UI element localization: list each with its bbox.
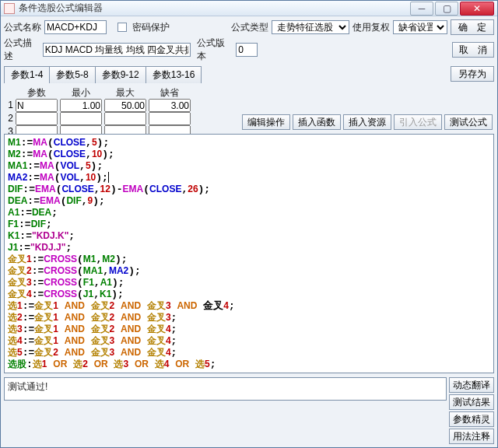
window-title: 条件选股公式编辑器 [19, 2, 410, 15]
maximize-button[interactable]: ▢ [435, 2, 458, 16]
hdr-param: 参数 [16, 86, 58, 99]
paramwiz-button[interactable]: 参数精灵 [449, 411, 494, 427]
insres-button[interactable]: 插入资源 [343, 114, 391, 130]
tab-param-5-8[interactable]: 参数5-8 [49, 66, 95, 83]
desc-label: 公式描述 [4, 37, 40, 63]
saveas-button[interactable]: 另存为 [451, 66, 494, 82]
param-def-input[interactable] [149, 99, 191, 112]
testres-button[interactable]: 测试结果 [449, 394, 494, 410]
cancel-button[interactable]: 取 消 [452, 42, 494, 58]
param-min-input[interactable] [60, 99, 102, 112]
tab-param-9-12[interactable]: 参数9-12 [95, 66, 146, 83]
name-input[interactable] [44, 20, 107, 34]
ok-button[interactable]: 确 定 [451, 19, 494, 35]
titlebar: 条件选股公式编辑器 ─ ▢ ✕ [1, 1, 497, 16]
type-label: 公式类型 [231, 21, 268, 34]
param-name-input[interactable] [16, 99, 58, 112]
code-editor[interactable]: M1:=MA(CLOSE,5); M2:=MA(CLOSE,10); MA1:=… [4, 134, 494, 373]
insfn-button[interactable]: 插入函数 [293, 114, 341, 130]
status-bar: 测试通过! [4, 377, 447, 401]
editor-window: 条件选股公式编辑器 ─ ▢ ✕ 公式名称 密码保护 公式类型 走势特征选股 使用… [0, 0, 498, 448]
tab-param-1-4[interactable]: 参数1-4 [4, 66, 50, 83]
name-label: 公式名称 [4, 21, 41, 34]
fq-select[interactable]: 缺省设置 [393, 20, 447, 34]
hdr-max: 最大 [104, 86, 146, 99]
fq-label: 使用复权 [352, 21, 390, 34]
ver-label: 公式版本 [197, 37, 233, 63]
param-max-input[interactable] [104, 99, 146, 112]
tab-param-13-16[interactable]: 参数13-16 [146, 66, 202, 83]
dyntrans-button[interactable]: 动态翻译 [449, 377, 494, 393]
testform-button[interactable]: 测试公式 [444, 114, 493, 130]
pwd-checkbox[interactable] [117, 23, 127, 32]
pwd-label: 密码保护 [132, 21, 170, 34]
desc-input[interactable] [43, 43, 191, 57]
app-icon [4, 3, 15, 14]
param-tabs: 参数1-4 参数5-8 参数9-12 参数13-16 [4, 66, 201, 83]
hdr-def: 缺省 [149, 86, 191, 99]
usage-button[interactable]: 用法注释 [449, 429, 494, 444]
minimize-button[interactable]: ─ [410, 2, 433, 16]
row-num: 1 [4, 99, 13, 112]
editop-button[interactable]: 编辑操作 [242, 114, 290, 130]
type-select[interactable]: 走势特征选股 [272, 20, 349, 34]
impform-button[interactable]: 引入公式 [394, 114, 442, 130]
ver-input[interactable] [236, 43, 258, 57]
close-button[interactable]: ✕ [460, 2, 494, 16]
hdr-min: 最小 [60, 86, 102, 99]
